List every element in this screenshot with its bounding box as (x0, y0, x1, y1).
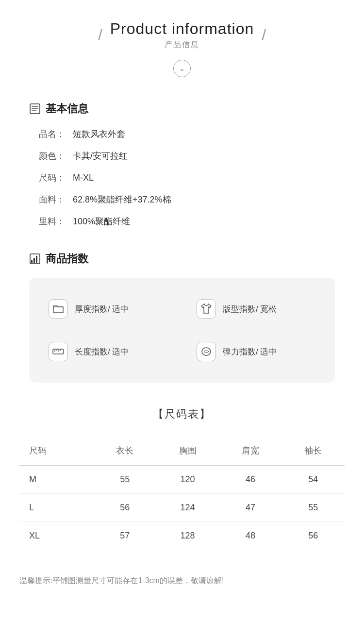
size-table-section: 【尺码表】 尺码衣长胸围肩宽袖长 M551204654L561244755XL5… (0, 397, 364, 565)
index-grid-background: 厚度指数/ 适中 版型指数/ 宽松 长度指数/ 适中 弹力指数/ 适中 (29, 278, 335, 383)
index-item-icon-3 (197, 342, 216, 361)
info-label-4: 里料： (39, 215, 73, 228)
size-cell-0-2: 120 (156, 466, 219, 494)
size-table-body: M551204654L561244755XL571284856 (19, 466, 345, 550)
index-item-icon-0 (49, 299, 68, 319)
product-index-title: 商品指数 (29, 252, 335, 266)
size-cell-0-4: 54 (282, 466, 345, 494)
basic-info-label: 基本信息 (46, 101, 88, 116)
index-item-icon-1 (197, 299, 216, 319)
header-section: / Product information 产品信息 / ⌄ (0, 0, 364, 87)
basic-info-section: 基本信息 品名：短款风衣外套颜色：卡其/安可拉红尺码：M-XL面料：62.8%聚… (0, 87, 364, 247)
size-header-3: 肩宽 (219, 436, 281, 466)
size-cell-2-2: 128 (156, 522, 219, 550)
basic-info-title: 基本信息 (29, 101, 335, 116)
info-row: 颜色：卡其/安可拉红 (39, 150, 335, 163)
size-cell-1-2: 124 (156, 494, 219, 522)
size-cell-1-1: 56 (93, 494, 156, 522)
svg-rect-0 (30, 104, 40, 114)
index-item-label-3: 弹力指数/ 适中 (223, 346, 277, 357)
size-table-title: 【尺码表】 (19, 407, 345, 421)
info-value-4: 100%聚酯纤维 (73, 215, 130, 228)
size-cell-2-1: 57 (93, 522, 156, 550)
size-table-row: XL571284856 (19, 522, 345, 550)
info-label-0: 品名： (39, 128, 73, 141)
size-cell-2-3: 48 (219, 522, 281, 550)
index-item-label-1: 版型指数/ 宽松 (223, 303, 277, 315)
slash-right-decoration: / (262, 27, 266, 43)
info-value-3: 62.8%聚酯纤维+37.2%棉 (73, 193, 171, 206)
basic-info-icon (29, 103, 41, 115)
notice-text: 温馨提示:平铺图测量尺寸可能存在1-3cm的误差，敬请谅解! (19, 574, 345, 587)
size-header-0: 尺码 (19, 436, 93, 466)
index-grid: 厚度指数/ 适中 版型指数/ 宽松 长度指数/ 适中 弹力指数/ 适中 (39, 292, 325, 368)
info-row: 尺码：M-XL (39, 171, 335, 185)
size-cell-2-4: 56 (282, 522, 345, 550)
size-header-1: 衣长 (93, 436, 156, 466)
size-cell-0-1: 55 (93, 466, 156, 494)
size-cell-1-0: L (19, 494, 93, 522)
size-cell-0-3: 46 (219, 466, 281, 494)
size-cell-2-0: XL (19, 522, 93, 550)
size-header-2: 胸围 (156, 436, 219, 466)
info-row: 里料：100%聚酯纤维 (39, 215, 335, 228)
svg-rect-5 (31, 260, 33, 263)
size-table: 尺码衣长胸围肩宽袖长 M551204654L561244755XL5712848… (19, 436, 345, 550)
page-container: / Product information 产品信息 / ⌄ 基本信息 品 (0, 0, 364, 606)
title-english: Product information (110, 19, 254, 38)
size-table-row: M551204654 (19, 466, 345, 494)
size-table-row: L561244755 (19, 494, 345, 522)
index-item-label-0: 厚度指数/ 适中 (75, 303, 129, 315)
size-cell-1-4: 55 (282, 494, 345, 522)
index-item: 长度指数/ 适中 (39, 335, 177, 368)
info-label-3: 面料： (39, 193, 73, 206)
size-cell-0-0: M (19, 466, 93, 494)
product-index-section: 商品指数 厚度指数/ 适中 版型指数/ 宽松 长度指数/ 适中 弹力指数 (0, 247, 364, 397)
info-table: 品名：短款风衣外套颜色：卡其/安可拉红尺码：M-XL面料：62.8%聚酯纤维+3… (29, 128, 335, 228)
size-table-header-row: 尺码衣长胸围肩宽袖长 (19, 436, 345, 466)
title-chinese: 产品信息 (110, 40, 254, 50)
index-item-label-2: 长度指数/ 适中 (75, 346, 129, 357)
info-label-2: 尺码： (39, 171, 73, 185)
notice-section: 温馨提示:平铺图测量尺寸可能存在1-3cm的误差，敬请谅解! (0, 565, 364, 606)
chevron-down-icon[interactable]: ⌄ (173, 60, 191, 77)
index-item-icon-2 (49, 342, 68, 361)
title-row: / Product information 产品信息 / (98, 19, 266, 50)
info-value-1: 卡其/安可拉红 (73, 150, 128, 163)
svg-rect-7 (36, 256, 37, 263)
info-value-2: M-XL (73, 171, 94, 185)
product-index-icon (29, 253, 41, 265)
info-row: 品名：短款风衣外套 (39, 128, 335, 141)
info-row: 面料：62.8%聚酯纤维+37.2%棉 (39, 193, 335, 206)
svg-rect-6 (33, 258, 35, 263)
size-header-4: 袖长 (282, 436, 345, 466)
info-value-0: 短款风衣外套 (73, 128, 125, 141)
index-item: 厚度指数/ 适中 (39, 292, 177, 325)
size-cell-1-3: 47 (219, 494, 281, 522)
index-item: 弹力指数/ 适中 (187, 335, 325, 368)
info-label-1: 颜色： (39, 150, 73, 163)
index-item: 版型指数/ 宽松 (187, 292, 325, 325)
svg-rect-8 (53, 349, 64, 354)
title-block: Product information 产品信息 (110, 19, 254, 50)
slash-left-decoration: / (98, 27, 102, 43)
product-index-label: 商品指数 (46, 252, 88, 266)
